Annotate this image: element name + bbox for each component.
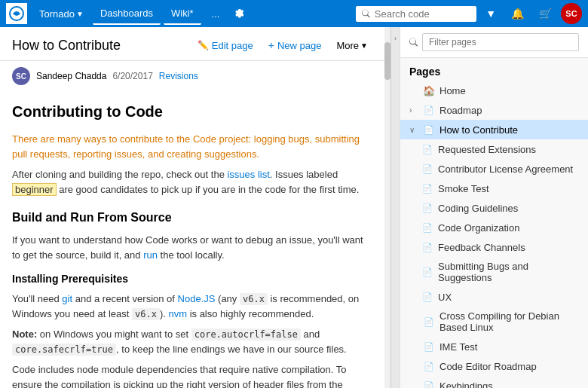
doc-icon: 📄 <box>421 241 433 253</box>
prereq-paragraph: You'll need git and a recent version of … <box>12 292 372 321</box>
page-title: How to Contribute <box>12 38 184 53</box>
sidebar-item-home[interactable]: 🏠 Home <box>400 81 588 100</box>
main-layout: How to Contribute ✏️ Edit page + New pag… <box>0 27 588 388</box>
sidebar-collapse-btn[interactable]: › <box>390 27 400 388</box>
doc-icon: 📄 <box>421 291 433 303</box>
top-nav: Tornado ▼ Dashboards Wiki* ... ▼ 🔔 🛒 SC <box>0 0 588 27</box>
beginner-badge: beginner <box>12 183 57 196</box>
avatar[interactable]: SC <box>561 3 582 24</box>
doc-icon: 📄 <box>421 143 433 155</box>
git-link[interactable]: git <box>62 293 72 304</box>
sidebar-filter-box <box>400 27 588 58</box>
revisions-link[interactable]: Revisions <box>159 71 198 81</box>
nodejs-link[interactable]: Node.JS <box>178 293 216 304</box>
safecrlf-code: core.safecrlf=true <box>12 344 116 356</box>
sidebar-item-ime-test[interactable]: 📄 IME Test <box>400 337 588 356</box>
doc-icon: 📄 <box>421 266 433 278</box>
page-header: How to Contribute ✏️ Edit page + New pag… <box>0 27 384 61</box>
sidebar-item-smoke-test[interactable]: 📄 Smoke Test <box>400 179 588 198</box>
author-date: 6/20/2017 <box>112 71 152 81</box>
chevron-down-icon: ∨ <box>409 126 418 134</box>
search-box[interactable] <box>356 6 476 22</box>
sidebar-item-submitting-bugs[interactable]: 📄 Submitting Bugs and Suggestions <box>400 257 588 287</box>
note-label: Note: <box>12 328 37 340</box>
more-button[interactable]: More ▼ <box>332 37 372 54</box>
sidebar-item-contributor-license[interactable]: 📄 Contributor License Agreement <box>400 159 588 179</box>
search-expand-btn[interactable]: ▼ <box>479 5 502 23</box>
project-selector[interactable]: Tornado ▼ <box>33 5 90 23</box>
new-page-button[interactable]: + New page <box>264 36 326 54</box>
search-input[interactable] <box>375 8 470 20</box>
doc-icon: 📄 <box>423 341 435 353</box>
sidebar-item-requested-extensions[interactable]: 📄 Requested Extensions <box>400 139 588 159</box>
nav-dashboards[interactable]: Dashboards <box>93 3 161 25</box>
nav-wiki[interactable]: Wiki* <box>164 3 201 25</box>
sidebar-item-code-organization[interactable]: 📄 Code Organization <box>400 218 588 237</box>
doc-icon: 📄 <box>423 316 435 328</box>
sidebar-item-coding-guidelines[interactable]: 📄 Coding Guidelines <box>400 198 588 218</box>
sidebar-item-roadmap[interactable]: › 📄 Roadmap <box>400 100 588 120</box>
author-name: Sandeep Chadda <box>36 71 106 81</box>
v6x2-code: v6.x <box>132 308 160 320</box>
run-link[interactable]: run <box>143 249 158 261</box>
sidebar-item-ux[interactable]: 📄 UX <box>400 287 588 307</box>
plus-icon: + <box>268 39 274 51</box>
autocrlf-code: core.autocrlf=false <box>191 328 301 341</box>
article-main-heading: Contributing to Code <box>12 100 372 123</box>
doc-icon: 📄 <box>423 104 435 116</box>
filter-search-icon <box>409 38 418 47</box>
prereq-heading: Installing Prerequisites <box>12 271 372 287</box>
doc-icon: 📄 <box>423 124 435 136</box>
pages-header: Pages <box>400 58 588 81</box>
chevron-down-icon: ▼ <box>360 41 368 50</box>
sidebar-item-how-to-contribute[interactable]: ∨ 📄 How to Contribute <box>400 120 588 139</box>
edit-icon: ✏️ <box>198 40 209 50</box>
author-avatar: SC <box>12 67 30 85</box>
doc-icon: 📄 <box>423 360 435 372</box>
logo[interactable] <box>6 3 27 24</box>
doc-icon: 📄 <box>423 380 435 388</box>
search-icon <box>362 9 370 18</box>
sidebar-item-keybindings[interactable]: 📄 Keybindings <box>400 376 588 388</box>
content-area: How to Contribute ✏️ Edit page + New pag… <box>0 27 384 388</box>
article-content: Contributing to Code There are many ways… <box>0 91 384 388</box>
build-heading: Build and Run From Source <box>12 209 372 227</box>
home-icon: 🏠 <box>423 84 435 96</box>
page-actions: ✏️ Edit page + New page More ▼ <box>193 36 372 54</box>
sidebar-item-code-editor-roadmap[interactable]: 📄 Code Editor Roadmap <box>400 356 588 376</box>
collapse-icon: › <box>394 35 397 42</box>
settings-icon[interactable] <box>233 3 245 24</box>
intro-paragraph: There are many ways to contribute to the… <box>12 132 372 161</box>
sidebar: Pages 🏠 Home › 📄 Roadmap ∨ 📄 How to Cont… <box>400 27 588 388</box>
electron-paragraph: Code includes node module dependencies t… <box>12 362 372 388</box>
basket-icon[interactable]: 🛒 <box>533 5 558 23</box>
note-paragraph: Note: on Windows you might want to set c… <box>12 327 372 356</box>
doc-icon: 📄 <box>421 221 433 234</box>
doc-icon: 📄 <box>421 182 433 194</box>
v6x-code: v6.x <box>240 293 268 305</box>
edit-page-button[interactable]: ✏️ Edit page <box>193 37 258 54</box>
nvm-link[interactable]: nvm <box>168 308 187 319</box>
doc-icon: 📄 <box>421 163 433 175</box>
sidebar-item-feedback-channels[interactable]: 📄 Feedback Channels <box>400 237 588 257</box>
chevron-right-icon: › <box>409 106 418 115</box>
scrollbar-track[interactable] <box>384 27 390 388</box>
doc-icon: 📄 <box>421 202 433 214</box>
sidebar-item-cross-compiling[interactable]: 📄 Cross Compiling for Debian Based Linux <box>400 307 588 337</box>
notifications-icon[interactable]: 🔔 <box>505 5 530 23</box>
build-paragraph: If you want to understand how Code works… <box>12 233 372 262</box>
nav-more[interactable]: ... <box>204 4 228 24</box>
clone-paragraph: After cloning and building the repo, che… <box>12 167 372 197</box>
author-bar: SC Sandeep Chadda 6/20/2017 Revisions <box>0 61 384 91</box>
issues-list-link[interactable]: issues list <box>227 169 269 180</box>
scrollbar-thumb[interactable] <box>384 42 390 80</box>
filter-pages-input[interactable] <box>422 33 579 51</box>
